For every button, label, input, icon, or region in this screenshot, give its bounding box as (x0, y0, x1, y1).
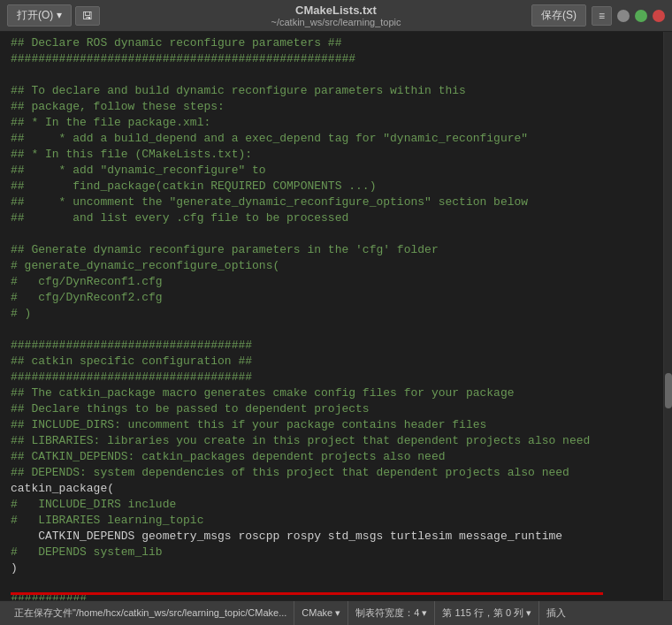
editor-content[interactable]: ## Declare ROS dynamic reconfigure param… (0, 32, 663, 600)
status-tab[interactable]: 制表符宽度：4 ▾ (348, 601, 435, 625)
save-button[interactable]: 保存(S) (531, 4, 586, 27)
filename: CMakeLists.txt (271, 4, 401, 17)
status-mode: 插入 (539, 601, 573, 625)
titlebar-left: 打开(O) ▾ 🖫 (7, 4, 100, 27)
menu-button[interactable]: ≡ (592, 6, 612, 26)
editor-container: ## Declare ROS dynamic reconfigure param… (0, 32, 672, 600)
close-button[interactable] (653, 10, 665, 22)
scrollbar-thumb[interactable] (665, 373, 672, 408)
titlebar-right: 保存(S) ≡ (531, 4, 665, 27)
save-icon-button[interactable]: 🖫 (75, 6, 100, 26)
minimize-button[interactable] (617, 10, 630, 22)
statusbar: 正在保存文件"/home/hcx/catkin_ws/src/learning_… (0, 600, 672, 625)
maximize-button[interactable] (635, 10, 647, 22)
scrollbar[interactable] (663, 32, 672, 600)
titlebar-center: CMakeLists.txt ~/catkin_ws/src/learning_… (271, 4, 401, 27)
open-button[interactable]: 打开(O) ▾ (7, 4, 72, 27)
status-saving: 正在保存文件"/home/hcx/catkin_ws/src/learning_… (7, 601, 294, 625)
filepath: ~/catkin_ws/src/learning_topic (271, 17, 401, 27)
status-cmake[interactable]: CMake ▾ (294, 601, 348, 625)
status-line-info[interactable]: 第 115 行，第 0 列 ▾ (435, 601, 539, 625)
titlebar: 打开(O) ▾ 🖫 CMakeLists.txt ~/catkin_ws/src… (0, 0, 672, 32)
